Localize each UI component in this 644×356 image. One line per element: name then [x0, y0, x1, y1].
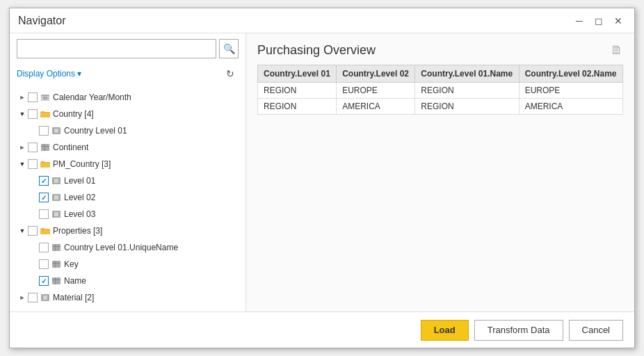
svg-rect-25	[40, 229, 50, 234]
tree-label-country: Country [4]	[53, 109, 94, 119]
table-row[interactable]: REGION EUROPE REGION EUROPE	[258, 83, 623, 99]
checkbox-continent[interactable]	[28, 143, 38, 152]
cell-0-0: REGION	[258, 83, 337, 99]
cell-1-2: REGION	[415, 99, 519, 115]
load-button[interactable]: Load	[421, 320, 469, 341]
tree-item-continent[interactable]: ► Continent	[10, 139, 245, 156]
tree-item-calendar[interactable]: ► Calendar Year/Month	[10, 89, 245, 106]
col-header-1: Country.Level 02	[337, 65, 415, 83]
table-row[interactable]: REGION AMERICA REGION AMERICA	[258, 99, 623, 115]
folder-icon-country	[40, 108, 51, 120]
display-options-bar: Display Options ▾ ↻	[10, 64, 245, 86]
close-icon: ✕	[614, 15, 622, 26]
checkbox-properties[interactable]	[28, 226, 38, 236]
tree-item-material[interactable]: ► Material [2]	[10, 289, 245, 306]
svg-rect-27	[52, 246, 61, 247]
tree-item-level01[interactable]: ► Level 01	[10, 172, 245, 189]
col-header-0: Country.Level 01	[258, 65, 337, 83]
hierarchy-icon-level02	[51, 192, 62, 203]
svg-rect-31	[55, 261, 56, 268]
checkbox-unique-name[interactable]	[39, 243, 49, 252]
checkbox-pm-country[interactable]	[28, 159, 38, 169]
svg-rect-12	[40, 163, 50, 168]
expand-arrow-properties[interactable]: ▼	[17, 225, 28, 236]
cell-1-3: AMERICA	[519, 99, 622, 115]
checkbox-key[interactable]	[39, 259, 49, 269]
tree-container[interactable]: ► Calendar Year/Month ▼ Country [4]	[10, 86, 245, 312]
cell-0-3: EUROPE	[519, 83, 622, 99]
tree-item-properties[interactable]: ▼ Properties [3]	[10, 222, 245, 239]
tree-label-calendar: Calendar Year/Month	[53, 92, 131, 102]
svg-rect-29	[52, 261, 61, 268]
search-icon: 🔍	[223, 43, 235, 54]
hierarchy-icon-level03	[51, 209, 62, 220]
transform-data-button[interactable]: Transform Data	[474, 320, 563, 341]
hierarchy-icon-calendar	[40, 92, 51, 103]
maximize-icon: ◻	[595, 15, 603, 26]
cell-0-2: REGION	[415, 83, 519, 99]
display-options-label-text: Display Options	[17, 69, 75, 79]
tree-label-country-level01: Country Level 01	[64, 126, 127, 136]
tree-item-country[interactable]: ▼ Country [4]	[10, 106, 245, 122]
svg-rect-28	[55, 244, 56, 251]
display-options-button[interactable]: Display Options ▾	[17, 69, 81, 79]
close-button[interactable]: ✕	[611, 13, 626, 29]
tree-item-level02[interactable]: ► Level 02	[10, 189, 245, 206]
hierarchy-icon-material	[40, 292, 51, 303]
checkbox-level02[interactable]	[39, 193, 49, 202]
svg-rect-9	[41, 144, 49, 151]
svg-rect-10	[41, 146, 49, 147]
svg-rect-11	[44, 144, 45, 151]
search-input[interactable]	[17, 39, 216, 58]
dialog-title: Navigator	[18, 15, 65, 27]
header-row: Country.Level 01 Country.Level 02 Countr…	[258, 65, 623, 83]
svg-rect-26	[52, 244, 61, 251]
tree-label-pm-country: PM_Country [3]	[53, 159, 111, 169]
table-icon-continent	[40, 142, 51, 153]
tree-label-key: Key	[64, 259, 79, 269]
expand-arrow-pm-country[interactable]: ▼	[17, 159, 28, 170]
tree-item-key[interactable]: ► Key	[10, 256, 245, 273]
tree-item-country-level01[interactable]: ► Country Level 01	[10, 122, 245, 139]
col-header-2: Country.Level 01.Name	[415, 65, 519, 83]
checkbox-country-level01[interactable]	[39, 126, 49, 136]
tree-label-name: Name	[64, 276, 86, 286]
expand-arrow-continent[interactable]: ►	[17, 142, 28, 153]
checkbox-level03[interactable]	[39, 209, 49, 219]
svg-rect-4	[40, 113, 50, 118]
minimize-icon: ─	[576, 15, 583, 26]
navigator-dialog: Navigator ─ ◻ ✕ 🔍 Display	[9, 8, 635, 348]
checkbox-name[interactable]	[39, 276, 49, 286]
expand-arrow-country[interactable]: ▼	[17, 108, 28, 120]
right-panel: Purchasing Overview 🗎 Country.Level 01 C…	[246, 33, 634, 312]
tree-label-material: Material [2]	[53, 293, 94, 302]
table-header: Country.Level 01 Country.Level 02 Countr…	[258, 65, 623, 83]
tree-item-pm-country[interactable]: ▼ PM_Country [3]	[10, 156, 245, 172]
refresh-button[interactable]: ↻	[222, 65, 239, 82]
tree-label-level02: Level 02	[64, 193, 95, 202]
checkbox-material[interactable]	[28, 293, 38, 302]
expand-arrow-material[interactable]: ►	[17, 292, 28, 303]
tree-item-name[interactable]: ► Name	[10, 273, 245, 289]
footer: Load Transform Data Cancel	[10, 312, 634, 348]
svg-rect-34	[55, 277, 56, 284]
preview-header: Purchasing Overview 🗎	[246, 33, 634, 65]
search-button[interactable]: 🔍	[219, 39, 239, 58]
table-icon-key	[51, 259, 62, 270]
cell-1-0: REGION	[258, 99, 337, 115]
window-controls: ─ ◻ ✕	[572, 13, 626, 29]
svg-rect-30	[52, 263, 61, 264]
cancel-button[interactable]: Cancel	[569, 320, 623, 341]
maximize-button[interactable]: ◻	[591, 13, 606, 29]
minimize-button[interactable]: ─	[572, 13, 587, 29]
data-table: Country.Level 01 Country.Level 02 Countr…	[257, 65, 623, 115]
checkbox-country[interactable]	[28, 109, 38, 119]
expand-arrow-calendar[interactable]: ►	[17, 92, 28, 103]
checkbox-level01[interactable]	[39, 176, 49, 186]
checkbox-calendar[interactable]	[28, 92, 38, 102]
cell-1-1: AMERICA	[337, 99, 415, 115]
tree-item-level03[interactable]: ► Level 03	[10, 206, 245, 222]
preview-title: Purchasing Overview	[257, 43, 376, 58]
document-icon: 🗎	[611, 43, 623, 58]
tree-item-unique-name[interactable]: ► Country Level 01.UniqueName	[10, 239, 245, 256]
